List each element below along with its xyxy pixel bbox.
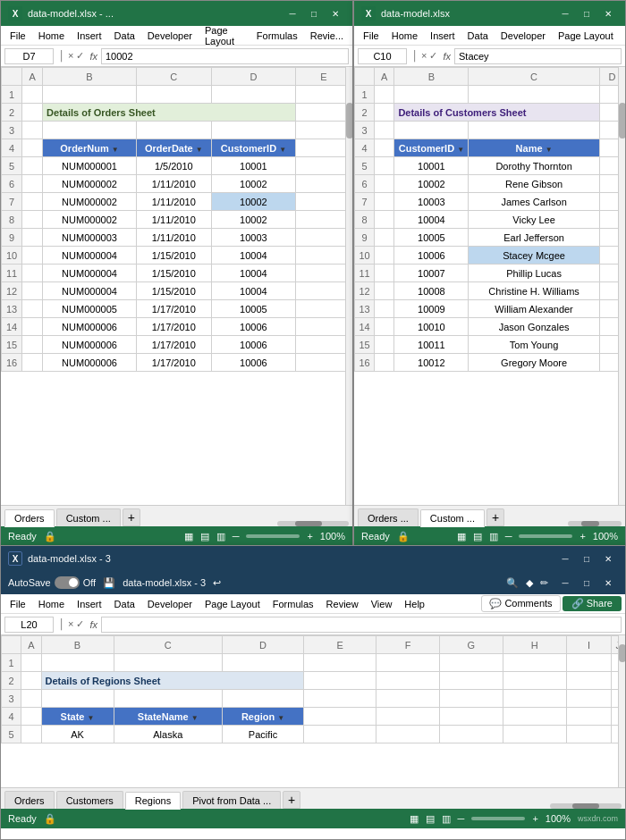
cust-cell-ref[interactable] xyxy=(358,48,407,64)
autosave-pill[interactable] xyxy=(55,576,80,589)
reg-menu-insert[interactable]: Insert xyxy=(72,597,107,611)
cust-menu-home[interactable]: Home xyxy=(386,29,423,43)
reg-menu-view[interactable]: View xyxy=(366,597,398,611)
cell-reference-box[interactable] xyxy=(4,48,54,64)
share-button[interactable]: 🔗 Share xyxy=(563,596,622,611)
regions-max2[interactable]: □ xyxy=(577,575,596,590)
cust-zoom-in-btn[interactable]: + xyxy=(579,531,585,542)
cust-add-sheet-btn[interactable]: + xyxy=(486,508,504,526)
cust-view-page-icon[interactable]: ▥ xyxy=(489,531,498,542)
regions-table: A B C D E F G H I J 1 xyxy=(1,635,625,743)
table-row: 16 NUM000006 1/17/2010 10006 xyxy=(2,354,352,372)
save-icon[interactable]: 💾 xyxy=(103,577,115,589)
menu-pagelayout[interactable]: Page Layout xyxy=(199,23,250,48)
customers-window: X data-model.xlsx ─ □ ✕ File Home Insert… xyxy=(353,0,626,545)
formula-input[interactable] xyxy=(101,48,349,64)
zoom-out-btn[interactable]: ─ xyxy=(233,531,240,542)
reg-menu-developer[interactable]: Developer xyxy=(142,597,198,611)
cell-statename: Alaska xyxy=(114,726,222,743)
customers-title-bar: X data-model.xlsx ─ □ ✕ xyxy=(354,1,625,26)
customers-status-bar: Ready 🔒 ▦ ▤ ▥ ─ + 100% xyxy=(354,526,625,546)
table-row: 1 xyxy=(2,654,625,672)
reg-view-page-icon[interactable]: ▥ xyxy=(442,813,451,825)
reg-menu-pagelayout[interactable]: Page Layout xyxy=(199,597,266,611)
pen-icon[interactable]: ✏ xyxy=(540,577,548,589)
close-btn[interactable]: ✕ xyxy=(326,6,345,21)
tab-orders[interactable]: Orders xyxy=(4,509,55,527)
reg-menu-formulas[interactable]: Formulas xyxy=(267,597,319,611)
reg-tab-orders[interactable]: Orders xyxy=(4,791,55,809)
cust-tab-orders[interactable]: Orders ... xyxy=(358,508,419,526)
menu-insert[interactable]: Insert xyxy=(72,29,107,43)
regions-top-controls: ─ □ ✕ xyxy=(555,575,618,590)
reg-view-layout-icon[interactable]: ▤ xyxy=(426,813,435,825)
cust-maximize-btn[interactable]: □ xyxy=(577,6,596,21)
reg-tab-customers[interactable]: Customers xyxy=(56,791,123,809)
tab-custom[interactable]: Custom ... xyxy=(56,508,121,526)
cust-corner xyxy=(355,68,375,86)
add-sheet-btn[interactable]: + xyxy=(123,508,140,526)
customers-menu-bar: File Home Insert Data Developer Page Lay… xyxy=(354,26,625,46)
view-layout-icon[interactable]: ▤ xyxy=(200,531,209,542)
regions-window-controls: ─ □ ✕ xyxy=(555,551,618,566)
undo-icon[interactable]: ↩ xyxy=(213,577,221,589)
menu-formulas[interactable]: Formulas xyxy=(251,29,303,43)
table-row: 4 State ▼ StateName ▼ Region ▼ xyxy=(2,708,625,726)
cust-formula-input[interactable] xyxy=(454,48,622,64)
reg-vertical-scrollbar[interactable] xyxy=(618,635,625,787)
table-row: 6 10002 Rene Gibson xyxy=(355,175,625,193)
cust-zoom-slider[interactable] xyxy=(519,534,572,538)
cust-close-btn[interactable]: ✕ xyxy=(598,6,618,21)
menu-file[interactable]: File xyxy=(4,29,31,43)
reg-zoom-in-btn[interactable]: + xyxy=(532,813,537,824)
maximize-btn[interactable]: □ xyxy=(304,6,324,21)
cust-view-layout-icon[interactable]: ▤ xyxy=(473,531,482,542)
menu-home[interactable]: Home xyxy=(33,29,70,43)
zoom-in-btn[interactable]: + xyxy=(307,531,312,542)
menu-data[interactable]: Data xyxy=(109,29,140,43)
menu-developer[interactable]: Developer xyxy=(142,29,198,43)
reg-zoom-out-btn[interactable]: ─ xyxy=(458,813,465,824)
regions-menu-bar: File Home Insert Data Developer Page Lay… xyxy=(1,594,625,614)
reg-view-normal-icon[interactable]: ▦ xyxy=(410,813,419,825)
cust-vertical-scrollbar[interactable] xyxy=(618,67,625,505)
cust-menu-file[interactable]: File xyxy=(358,29,385,43)
reg-tab-pivot[interactable]: Pivot from Data ... xyxy=(182,791,281,809)
regions-close2[interactable]: ✕ xyxy=(598,575,618,590)
cust-minimize-btn[interactable]: ─ xyxy=(555,6,575,21)
cust-zoom-out-btn[interactable]: ─ xyxy=(505,531,512,542)
reg-add-sheet-btn[interactable]: + xyxy=(283,791,300,809)
minimize-btn[interactable]: ─ xyxy=(283,6,302,21)
reg-formula-sep: │ × ✓ xyxy=(57,618,86,630)
reg-formula-input[interactable] xyxy=(101,617,622,633)
status-right: ▦ ▤ ▥ ─ + 100% xyxy=(184,531,345,542)
regions-minimize-btn[interactable]: ─ xyxy=(555,551,575,566)
view-page-icon[interactable]: ▥ xyxy=(216,531,225,542)
regions-maximize-btn[interactable]: □ xyxy=(577,551,596,566)
reg-menu-review[interactable]: Review xyxy=(321,597,364,611)
cust-menu-pagelayout[interactable]: Page Layout xyxy=(553,29,619,43)
reg-menu-data[interactable]: Data xyxy=(109,597,140,611)
reg-menu-help[interactable]: Help xyxy=(399,597,430,611)
regions-min2[interactable]: ─ xyxy=(555,575,575,590)
zoom-slider[interactable] xyxy=(246,534,300,538)
cust-view-normal-icon[interactable]: ▦ xyxy=(457,531,466,542)
reg-zoom-slider[interactable] xyxy=(471,817,525,820)
regions-close-btn[interactable]: ✕ xyxy=(598,551,618,566)
reg-menu-home[interactable]: Home xyxy=(33,597,70,611)
vertical-scrollbar[interactable] xyxy=(345,67,352,505)
reg-cell-ref[interactable] xyxy=(4,617,54,633)
diamond-icon[interactable]: ◆ xyxy=(526,577,533,589)
view-normal-icon[interactable]: ▦ xyxy=(184,531,193,542)
reg-tab-regions[interactable]: Regions xyxy=(125,792,181,810)
reg-corner xyxy=(2,636,21,654)
table-row: 11 NUM000004 1/15/2010 10004 xyxy=(2,265,352,282)
comments-button[interactable]: 💬 Comments xyxy=(481,595,560,612)
cust-menu-insert[interactable]: Insert xyxy=(425,29,461,43)
cust-menu-developer[interactable]: Developer xyxy=(495,29,551,43)
cust-menu-data[interactable]: Data xyxy=(462,29,494,43)
reg-menu-file[interactable]: File xyxy=(4,597,31,611)
menu-review[interactable]: Revie... xyxy=(305,29,349,43)
search-icon[interactable]: 🔍 xyxy=(506,577,519,589)
cust-tab-custom[interactable]: Custom ... xyxy=(420,509,485,527)
